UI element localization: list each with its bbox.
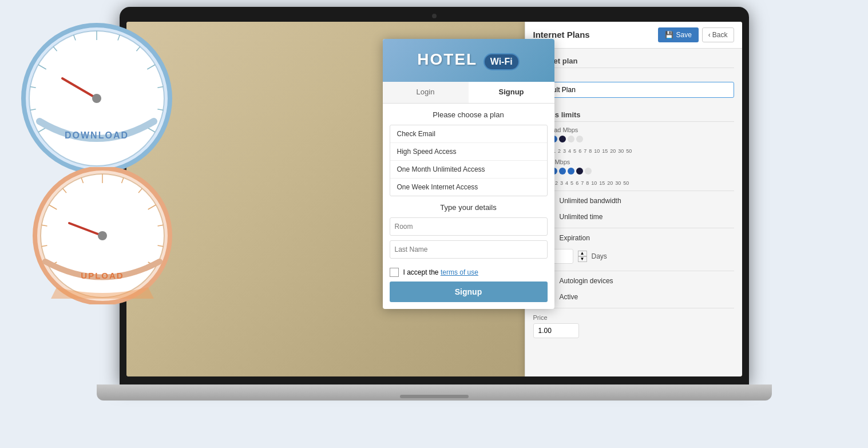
dot [585,168,592,175]
back-arrow-icon: ‹ [708,31,711,39]
panel-title: Internet Plans [533,30,590,39]
access-limits-header: Access limits [533,110,734,122]
save-icon: 💾 [665,31,673,39]
price-label: Price [533,314,734,321]
unlimited-time-label: Unlimited time [560,213,603,221]
price-section: Price [533,314,734,338]
laptop-frame: DOWNLOAD [62,7,806,442]
svg-text:UPLOAD: UPLOAD [81,271,124,280]
stepper-up[interactable]: ▲ [578,251,587,256]
portal-body: Please choose a plan Check Email High Sp… [383,104,554,309]
name-label: Name [533,73,734,80]
save-button[interactable]: 💾 Save [658,27,698,42]
details-section-title: Type your details [390,203,548,212]
upload-ticks: 1 .2 5 1 2 3 4 5 6 7 8 10 15 20 [533,180,734,186]
active-label: Active [560,293,578,301]
back-button[interactable]: ‹ Back [702,27,734,42]
laptop-base [97,384,772,401]
terms-text: I accept the terms of use [403,268,478,276]
speedometer-upload: UPLOAD [28,167,177,316]
plan-list: Check Email High Speed Access One Month … [390,125,548,196]
plan-item-highspeed[interactable]: High Speed Access [390,143,547,161]
price-input[interactable] [533,323,579,338]
laptop-screen: HOTEL Wi-Fi Login Signup Please choose a… [126,22,742,376]
panel-header: Internet Plans 💾 Save ‹ Back [525,22,742,49]
plan-name-input[interactable] [533,82,734,98]
plan-item-weekly[interactable]: One Week Internet Access [390,179,547,196]
internet-plan-section-header: Internet plan [533,57,734,68]
dot [559,168,566,175]
plans-panel: Internet Plans 💾 Save ‹ Back [525,22,742,376]
save-label: Save [676,31,691,39]
terms-link[interactable]: terms of use [441,268,478,276]
upload-slider[interactable] [533,168,734,175]
dot [568,168,574,175]
laptop-camera [432,14,437,18]
tab-login[interactable]: Login [383,82,469,103]
hotel-portal: HOTEL Wi-Fi Login Signup Please choose a… [383,39,554,309]
hotel-logo: HOTEL [417,50,477,68]
dot-active [576,168,583,175]
upload-label: Upload Mbps [533,158,734,165]
download-label: Download Mbps [533,126,734,133]
signup-button[interactable]: Signup [390,282,548,302]
dot [576,136,583,142]
expiration-unit: Days [592,252,607,260]
lastname-input[interactable] [390,240,548,259]
panel-content: Internet plan Name Access limits Downloa… [525,49,742,346]
plan-item-email[interactable]: Check Email [390,125,547,143]
portal-tabs: Login Signup [383,82,554,104]
autologin-row: Autologin devices [533,276,734,286]
svg-text:DOWNLOAD: DOWNLOAD [65,130,129,140]
room-input[interactable] [390,217,548,236]
portal-header: HOTEL Wi-Fi [383,39,554,82]
download-slider[interactable] [533,136,734,142]
svg-point-16 [92,94,101,103]
tab-signup[interactable]: Signup [469,82,554,103]
terms-row: I accept the terms of use [390,268,548,277]
dot [568,136,574,142]
panel-actions: 💾 Save ‹ Back [658,27,734,42]
wifi-badge: Wi-Fi [483,53,520,70]
download-ticks: .1 .2 .0 1 2 3 4 5 6 7 8 10 15 20 [533,148,734,154]
laptop-screen-frame: HOTEL Wi-Fi Login Signup Please choose a… [120,7,749,384]
plan-item-monthly[interactable]: One Month Unlimited Access [390,161,547,179]
expiration-row: Expiration [533,233,734,243]
unlimited-bandwidth-label: Unlimited bandwidth [560,197,621,205]
unlimited-time-row: Unlimited time [533,212,734,222]
expiration-stepper[interactable]: ▲ ▼ [578,251,587,262]
plan-section-title: Please choose a plan [390,110,548,119]
expiration-label: Expiration [560,234,590,242]
back-label: Back [712,31,728,39]
terms-checkbox[interactable] [390,268,399,277]
unlimited-bandwidth-row: Unlimited bandwidth [533,196,734,206]
expiration-input-row: ▲ ▼ Days [533,249,734,264]
active-row: Active [533,292,734,302]
dot-active [559,136,566,142]
speedometer-download: DOWNLOAD [17,18,177,179]
stepper-down[interactable]: ▼ [578,256,587,262]
svg-point-34 [98,231,107,240]
autologin-label: Autologin devices [560,277,613,285]
